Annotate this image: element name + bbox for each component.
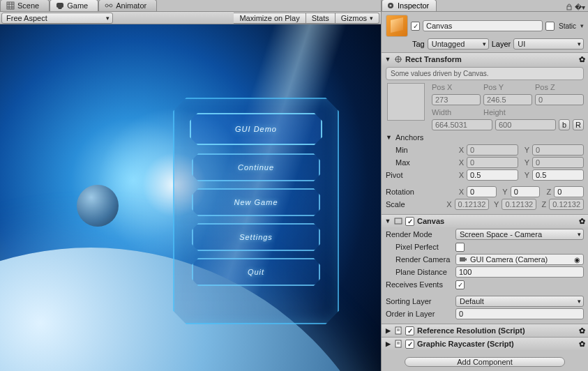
pivot-x[interactable]: 0.5 [467,169,518,181]
settings-button[interactable]: Settings [192,223,320,251]
static-dropdown-icon[interactable]: ▾ [580,22,584,29]
anchor-min-x[interactable]: 0 [467,144,518,156]
inspector-pane: Inspector �▾ Canvas Static ▾ Tag Untagge… [381,0,588,371]
svg-rect-10 [567,6,571,10]
inspector-tab-options[interactable]: �▾ [565,3,588,11]
pos-x-field[interactable]: 273 [432,94,481,105]
gameobject-header: Canvas Static ▾ [382,12,588,38]
scale-x[interactable]: 0.12132 [455,199,490,210]
script-icon [394,326,402,335]
scene-icon [6,1,15,10]
gameobject-name-field[interactable]: Canvas [423,20,543,31]
lock-icon[interactable] [565,3,573,11]
render-mode-select[interactable]: Screen Space - Camera [455,229,584,240]
tab-game-label: Game [67,1,88,10]
script-icon [394,340,402,348]
anchor-min-y[interactable]: 0 [532,144,584,156]
gui-menu-panel: GUI Demo Continue New Game Settings Quit [173,98,339,324]
canvas-header[interactable]: ▼ Canvas ✿ [382,215,588,227]
rect-transform-header[interactable]: ▼ Rect Transform ✿ [382,53,588,66]
tab-inspector[interactable]: Inspector [382,0,437,11]
anchors-fold-icon[interactable]: ▼ [386,134,393,141]
svg-point-5 [105,4,108,7]
panel-menu-icon[interactable]: �▾ [575,3,585,11]
quit-button[interactable]: Quit [192,258,320,286]
sorting-layer-select[interactable]: Default [455,296,584,307]
reference-resolution-header[interactable]: ▶ Reference Resolution (Script) ✿ [382,324,588,337]
active-checkbox[interactable] [411,22,420,31]
scale-z[interactable]: 0.12132 [549,199,584,210]
aspect-select[interactable]: Free Aspect [1,13,113,24]
anchor-max-y[interactable]: 0 [532,157,584,168]
scale-y[interactable]: 0.12132 [502,199,536,210]
driven-info: Some values driven by Canvas. [386,67,584,80]
layer-select[interactable]: UI [513,38,584,50]
raycaster-enable-checkbox[interactable] [405,340,414,349]
canvas-enable-checkbox[interactable] [405,217,414,226]
moon [77,185,119,227]
left-pane: Scene Game Animator Free Aspect Maximize… [0,0,381,371]
continue-button[interactable]: Continue [192,153,320,181]
svg-point-9 [390,5,392,7]
fold-icon[interactable]: ▼ [384,56,391,63]
pos-y-field[interactable]: 246.5 [483,94,532,105]
canvas-component: ▼ Canvas ✿ Render ModeScreen Space - Cam… [382,214,588,324]
gear-icon[interactable]: ✿ [579,326,585,335]
anchor-max-x[interactable]: 0 [467,157,518,168]
inspector-tab-bar: Inspector �▾ [382,0,588,12]
editor-tab-bar: Scene Game Animator [0,0,381,12]
render-camera-field[interactable]: GUI Camera (Camera)◉ [455,254,584,265]
ref-res-enable-checkbox[interactable] [405,326,414,335]
maximize-on-play-button[interactable]: Maximize on Play [234,13,306,24]
gizmos-button[interactable]: Gizmos▾ [336,13,379,24]
gear-icon[interactable]: ✿ [579,55,585,64]
tag-layer-row: Tag Untagged Layer UI [382,38,588,52]
gear-icon[interactable]: ✿ [579,217,585,226]
reference-resolution-component: ▶ Reference Resolution (Script) ✿ [382,324,588,337]
fold-icon[interactable]: ▼ [384,218,391,225]
order-in-layer-field[interactable]: 0 [455,308,584,319]
static-checkbox[interactable] [545,22,555,31]
inspector-icon [386,1,395,10]
tab-animator[interactable]: Animator [98,0,157,11]
add-component-button[interactable]: Add Component [405,357,565,367]
layer-label: Layer [492,40,511,48]
graphic-raycaster-header[interactable]: ▶ Graphic Raycaster (Script) ✿ [382,338,588,350]
plane-distance-field[interactable]: 100 [455,266,584,278]
static-label: Static [557,22,578,30]
blueprint-button[interactable]: b [559,119,570,130]
rot-x[interactable]: 0 [467,186,497,197]
raw-button[interactable]: R [573,119,584,130]
svg-point-6 [110,4,112,7]
pivot-y[interactable]: 0.5 [532,169,584,181]
gui-title: GUI Demo [190,113,322,145]
game-icon [56,1,64,10]
anchor-preset-thumb[interactable] [387,83,425,121]
tab-animator-label: Animator [116,1,146,10]
animator-icon [105,1,113,10]
game-toolbar: Free Aspect Maximize on Play Stats Gizmo… [0,12,381,24]
gear-icon[interactable]: ✿ [579,340,585,349]
rect-transform-component: ▼ Rect Transform ✿ Some values driven by… [382,52,588,214]
pos-z-field[interactable]: 0 [535,94,584,105]
width-field[interactable]: 664.5031 [432,119,492,130]
fold-icon[interactable]: ▶ [384,327,391,334]
new-game-button[interactable]: New Game [192,188,320,216]
graphic-raycaster-component: ▶ Graphic Raycaster (Script) ✿ [382,337,588,350]
height-field[interactable]: 600 [495,119,556,130]
rect-transform-icon [394,55,402,63]
rot-z[interactable]: 0 [554,186,584,197]
rot-y[interactable]: 0 [511,186,541,197]
fold-icon[interactable]: ▶ [384,340,391,347]
stats-button[interactable]: Stats [306,13,336,24]
receives-events-checkbox[interactable] [455,280,465,289]
tab-game[interactable]: Game [50,0,98,11]
gameobject-icon [386,15,408,37]
game-view: GUI Demo Continue New Game Settings Quit [0,24,381,371]
svg-rect-14 [395,218,402,224]
pixel-perfect-checkbox[interactable] [455,243,465,252]
tab-scene[interactable]: Scene [0,0,50,11]
tag-select[interactable]: Untagged [428,38,489,50]
object-picker-icon[interactable]: ◉ [574,256,580,264]
tag-label: Tag [412,40,425,48]
